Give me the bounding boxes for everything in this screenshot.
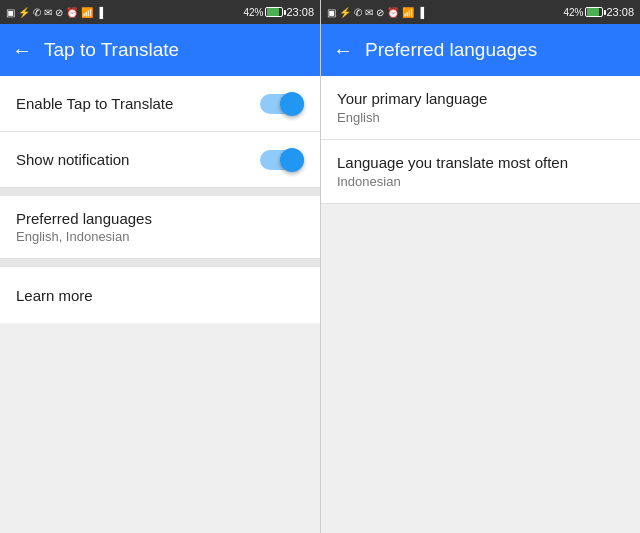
preferred-languages-item[interactable]: Preferred languages English, Indonesian bbox=[0, 196, 320, 259]
battery-bar-icon bbox=[265, 7, 283, 17]
right-app-bar: ← Preferred languages bbox=[321, 24, 640, 76]
r-sms-icon: ✉ bbox=[365, 7, 373, 18]
left-content: Enable Tap to Translate Show notificatio… bbox=[0, 76, 320, 533]
toggle-thumb-2 bbox=[280, 148, 304, 172]
left-back-button[interactable]: ← bbox=[12, 39, 32, 62]
right-status-icons: ▣ ⚡ ✆ ✉ ⊘ ⏰ 📶 ▐ bbox=[327, 7, 424, 18]
left-panel: ▣ ⚡ ✆ ✉ ⊘ ⏰ 📶 ▐ 42% 23:08 ← Tap to Trans… bbox=[0, 0, 320, 533]
frequent-language-value: Indonesian bbox=[337, 174, 624, 189]
block-icon: ⊘ bbox=[55, 7, 63, 18]
wifi-icon: 📶 bbox=[81, 7, 93, 18]
signal-icon: ▣ bbox=[6, 7, 15, 18]
right-panel: ▣ ⚡ ✆ ✉ ⊘ ⏰ 📶 ▐ 42% 23:08 ← Preferred la… bbox=[320, 0, 640, 533]
enable-tap-translate-title: Enable Tap to Translate bbox=[16, 95, 260, 112]
primary-language-title: Your primary language bbox=[337, 90, 624, 107]
right-back-button[interactable]: ← bbox=[333, 39, 353, 62]
right-status-right: 42% 23:08 bbox=[563, 6, 634, 18]
right-content: Your primary language English Language y… bbox=[321, 76, 640, 533]
learn-more-title: Learn more bbox=[16, 287, 304, 304]
alarm-icon: ⏰ bbox=[66, 7, 78, 18]
frequent-language-title: Language you translate most often bbox=[337, 154, 624, 171]
enable-tap-translate-item[interactable]: Enable Tap to Translate bbox=[0, 76, 320, 132]
frequent-language-item[interactable]: Language you translate most often Indone… bbox=[321, 140, 640, 204]
left-status-bar: ▣ ⚡ ✆ ✉ ⊘ ⏰ 📶 ▐ 42% 23:08 bbox=[0, 0, 320, 24]
r-usb-icon: ⚡ bbox=[339, 7, 351, 18]
preferred-languages-text: Preferred languages English, Indonesian bbox=[16, 210, 304, 244]
right-time: 23:08 bbox=[606, 6, 634, 18]
enable-tap-translate-toggle[interactable] bbox=[260, 92, 304, 116]
divider-1 bbox=[0, 188, 320, 196]
r-bars-icon: ▐ bbox=[417, 7, 424, 18]
r-battery-fill bbox=[587, 8, 599, 16]
left-app-bar: ← Tap to Translate bbox=[0, 24, 320, 76]
left-status-icons: ▣ ⚡ ✆ ✉ ⊘ ⏰ 📶 ▐ bbox=[6, 7, 103, 18]
preferred-languages-title: Preferred languages bbox=[16, 210, 304, 227]
right-app-bar-title: Preferred languages bbox=[365, 39, 628, 61]
show-notification-toggle[interactable] bbox=[260, 148, 304, 172]
r-battery-bar-icon bbox=[585, 7, 603, 17]
right-battery: 42% bbox=[563, 7, 603, 18]
toggle-thumb bbox=[280, 92, 304, 116]
show-notification-text: Show notification bbox=[16, 151, 260, 168]
r-phone-icon: ✆ bbox=[354, 7, 362, 18]
primary-language-value: English bbox=[337, 110, 624, 125]
battery-fill bbox=[267, 8, 279, 16]
r-wifi-icon: 📶 bbox=[402, 7, 414, 18]
sms-icon: ✉ bbox=[44, 7, 52, 18]
usb-icon: ⚡ bbox=[18, 7, 30, 18]
bars-icon: ▐ bbox=[96, 7, 103, 18]
battery-percent: 42% bbox=[243, 7, 263, 18]
r-signal-icon: ▣ bbox=[327, 7, 336, 18]
show-notification-title: Show notification bbox=[16, 151, 260, 168]
right-status-bar: ▣ ⚡ ✆ ✉ ⊘ ⏰ 📶 ▐ 42% 23:08 bbox=[321, 0, 640, 24]
left-time: 23:08 bbox=[286, 6, 314, 18]
left-battery: 42% bbox=[243, 7, 283, 18]
divider-2 bbox=[0, 259, 320, 267]
left-app-bar-title: Tap to Translate bbox=[44, 39, 308, 61]
enable-tap-translate-text: Enable Tap to Translate bbox=[16, 95, 260, 112]
r-block-icon: ⊘ bbox=[376, 7, 384, 18]
primary-language-item[interactable]: Your primary language English bbox=[321, 76, 640, 140]
r-battery-percent: 42% bbox=[563, 7, 583, 18]
learn-more-text: Learn more bbox=[16, 287, 304, 304]
show-notification-item[interactable]: Show notification bbox=[0, 132, 320, 188]
left-status-right: 42% 23:08 bbox=[243, 6, 314, 18]
preferred-languages-subtitle: English, Indonesian bbox=[16, 229, 304, 244]
learn-more-item[interactable]: Learn more bbox=[0, 267, 320, 323]
phone-icon: ✆ bbox=[33, 7, 41, 18]
r-alarm-icon: ⏰ bbox=[387, 7, 399, 18]
